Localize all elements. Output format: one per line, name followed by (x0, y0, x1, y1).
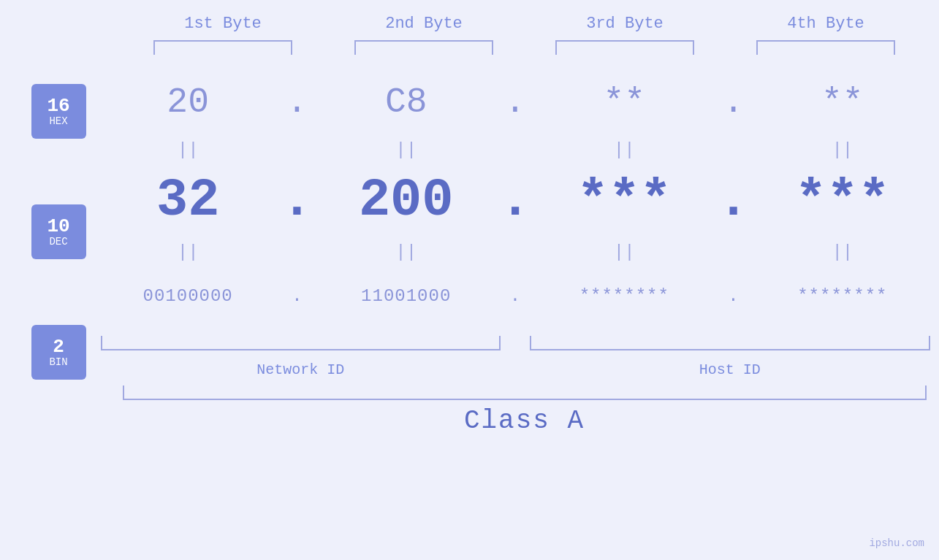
eq1-b4: || (762, 140, 923, 160)
top-bracket-4 (756, 40, 895, 55)
eq2-b3: || (544, 242, 704, 262)
dec-dot2: . (499, 171, 531, 231)
class-label: Class A (464, 406, 585, 436)
class-label-row: Class A (123, 406, 927, 436)
main-area: 16 HEX 10 DEC 2 BIN 20 . (9, 62, 930, 380)
hex-b4: ** (821, 83, 864, 122)
bin-dot1: . (292, 286, 302, 306)
equals-row-2: || || || || (101, 237, 930, 266)
dec-b1: 32 (156, 171, 219, 231)
dec-dot3-cell: . (719, 171, 748, 231)
dec-dot1: . (281, 171, 313, 231)
bin-b2: 11001000 (361, 286, 451, 306)
hex-row: 20 . C8 . ** . ** (101, 69, 930, 135)
dec-b3-cell: *** (544, 171, 704, 231)
byte-headers: 1st Byte 2nd Byte 3rd Byte 4th Byte (123, 15, 927, 33)
dec-b2-cell: 200 (326, 171, 487, 231)
eq2-b1: || (107, 242, 268, 262)
eq1-b1: || (107, 140, 268, 160)
bin-b4: ******** (797, 286, 887, 306)
network-bracket (101, 336, 501, 350)
bin-b1-cell: 00100000 (107, 286, 268, 306)
dec-b4-cell: *** (762, 171, 923, 231)
hex-b2-cell: C8 (326, 83, 487, 122)
bin-dot1-cell: . (282, 286, 311, 306)
top-brackets-row (123, 40, 927, 62)
bin-dot3: . (728, 286, 738, 306)
bin-badge: 2 BIN (31, 325, 86, 380)
hex-dot2: . (505, 83, 526, 122)
dec-b2: 200 (359, 171, 454, 231)
base-labels: 16 HEX 10 DEC 2 BIN (31, 84, 86, 380)
hex-dot1-cell: . (282, 83, 311, 122)
value-grid: 20 . C8 . ** . ** (101, 62, 930, 378)
eq2-b4: || (762, 242, 923, 262)
bin-dot3-cell: . (719, 286, 748, 306)
top-bracket-1 (153, 40, 292, 55)
watermark: ipshu.com (869, 537, 924, 549)
bin-b3-cell: ******** (544, 286, 704, 306)
network-id-label: Network ID (101, 361, 501, 378)
dec-b1-cell: 32 (107, 171, 268, 231)
hex-dot3-cell: . (719, 83, 748, 122)
dec-b3: *** (577, 171, 672, 231)
hex-b1: 20 (167, 83, 209, 122)
bin-b3: ******** (579, 286, 669, 306)
bin-row: 00100000 . 11001000 . ******** . (101, 266, 930, 325)
equals-row-1: || || || || (101, 135, 930, 164)
bin-b4-cell: ******** (762, 286, 923, 306)
hex-b1-cell: 20 (107, 83, 268, 122)
dec-b4: *** (795, 171, 890, 231)
hex-badge: 16 HEX (31, 84, 86, 139)
byte1-header: 1st Byte (150, 15, 296, 33)
byte4-header: 4th Byte (753, 15, 899, 33)
dec-row: 32 . 200 . *** . *** (101, 164, 930, 237)
eq1-b2: || (326, 140, 487, 160)
dec-badge: 10 DEC (31, 204, 86, 259)
dec-dot2-cell: . (501, 171, 530, 231)
hex-b3-cell: ** (544, 83, 704, 122)
host-bracket (530, 336, 930, 350)
hex-dot3: . (723, 83, 744, 122)
hex-b3: ** (603, 83, 645, 122)
bin-b2-cell: 11001000 (326, 286, 487, 306)
hex-b4-cell: ** (762, 83, 923, 122)
top-bracket-3 (555, 40, 694, 55)
hex-dot1: . (286, 83, 308, 122)
dec-dot3: . (718, 171, 749, 231)
bin-dot2-cell: . (501, 286, 530, 306)
eq2-b2: || (326, 242, 487, 262)
byte3-header: 3rd Byte (552, 15, 698, 33)
host-id-label: Host ID (530, 361, 930, 378)
hex-dot2-cell: . (501, 83, 530, 122)
top-bracket-2 (354, 40, 493, 55)
bottom-brackets-row (101, 336, 930, 358)
dec-dot1-cell: . (282, 171, 311, 231)
hex-b2: C8 (385, 83, 427, 122)
eq1-b3: || (544, 140, 704, 160)
bin-dot2: . (510, 286, 520, 306)
id-labels-row: Network ID Host ID (101, 361, 930, 378)
bin-b1: 00100000 (143, 286, 233, 306)
full-bottom-section: Class A (123, 386, 927, 436)
byte2-header: 2nd Byte (351, 15, 497, 33)
main-container: 1st Byte 2nd Byte 3rd Byte 4th Byte 16 H… (0, 0, 939, 560)
full-bracket (123, 386, 927, 400)
